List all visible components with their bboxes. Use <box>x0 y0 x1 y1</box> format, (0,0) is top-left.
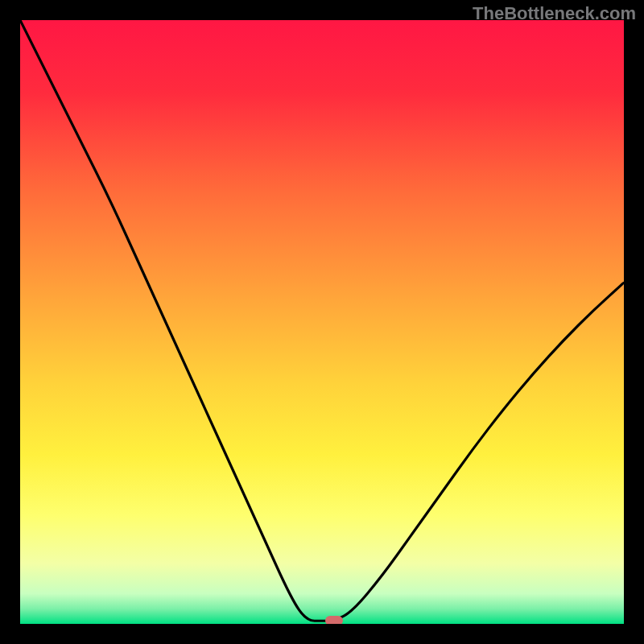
optimal-point-marker <box>325 616 343 624</box>
gradient-background <box>20 20 624 624</box>
chart-svg <box>20 20 624 624</box>
plot-area <box>20 20 624 624</box>
chart-container: TheBottleneck.com <box>0 0 644 644</box>
attribution-text: TheBottleneck.com <box>473 3 636 24</box>
